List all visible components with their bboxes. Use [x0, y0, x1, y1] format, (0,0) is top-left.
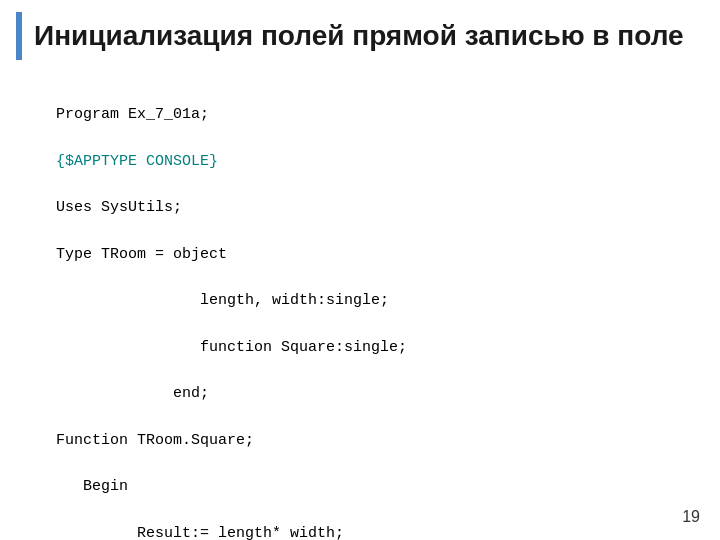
header-accent-bar	[16, 12, 22, 60]
code-line-4: Type TRoom = object	[56, 246, 227, 263]
code-line-6: function Square:single;	[56, 339, 407, 356]
code-line-7: end;	[56, 385, 209, 402]
code-line-10: Result:= length* width;	[56, 525, 344, 540]
code-line-3: Uses SysUtils;	[56, 199, 182, 216]
page-number: 19	[682, 508, 700, 526]
slide-title: Инициализация полей прямой записью в пол…	[34, 19, 684, 53]
slide-header: Инициализация полей прямой записью в пол…	[0, 0, 720, 70]
code-line-1: Program Ex_7_01a;	[56, 106, 209, 123]
code-line-9: Begin	[56, 478, 128, 495]
code-line-5: length, width:single;	[56, 292, 389, 309]
code-line-8: Function TRoom.Square;	[56, 432, 254, 449]
code-line-2: {$APPTYPE CONSOLE}	[56, 153, 218, 170]
code-block: Program Ex_7_01a; {$APPTYPE CONSOLE} Use…	[20, 80, 700, 540]
slide-content: Program Ex_7_01a; {$APPTYPE CONSOLE} Use…	[0, 70, 720, 540]
